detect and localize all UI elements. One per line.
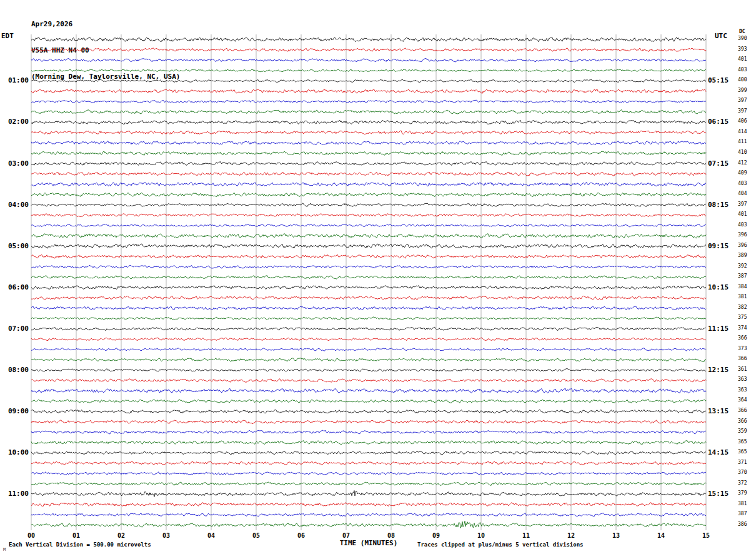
- minute-tick-label: 09: [432, 532, 440, 539]
- dc-offset-value: 397: [738, 202, 747, 207]
- right-hour-label: 08:15: [708, 201, 729, 208]
- seismogram-trace: [31, 296, 706, 300]
- dc-offset-value: 373: [738, 346, 747, 351]
- seismogram-trace: [31, 369, 706, 372]
- seismogram-trace: [31, 58, 706, 62]
- seismogram-trace: [31, 110, 706, 114]
- seismogram-trace: [31, 521, 706, 528]
- dc-offset-value: 375: [738, 315, 747, 320]
- seismogram-plot: [0, 0, 756, 554]
- dc-offset-value: 374: [738, 326, 747, 331]
- dc-offset-value: 393: [738, 47, 747, 52]
- seismogram-trace: [31, 276, 706, 280]
- dc-offset-value: 397: [738, 109, 747, 114]
- dc-offset-value: 387: [738, 511, 747, 516]
- seismogram-trace: [31, 348, 706, 351]
- minute-tick-label: 14: [657, 532, 665, 539]
- seismogram-trace: [31, 172, 706, 176]
- dc-offset-value: 411: [738, 139, 747, 144]
- dc-offset-value: 396: [738, 233, 747, 238]
- dc-offset-value: 381: [738, 295, 747, 300]
- seismogram-trace: [31, 131, 706, 134]
- minute-tick-label: 03: [162, 532, 170, 539]
- seismogram-trace: [31, 306, 706, 310]
- right-hour-label: 12:15: [708, 366, 729, 373]
- minute-tick-label: 08: [387, 532, 395, 539]
- left-hour-label: 06:00: [0, 284, 29, 291]
- dc-offset-value: 401: [738, 212, 747, 217]
- minute-tick-label: 00: [27, 532, 35, 539]
- seismogram-trace: [31, 388, 706, 393]
- dc-offset-value: 359: [738, 429, 747, 434]
- minute-tick-label: 02: [117, 532, 125, 539]
- minute-tick-label: 11: [522, 532, 530, 539]
- dc-offset-value: 406: [738, 119, 747, 124]
- dc-offset-value: 371: [738, 460, 747, 465]
- seismogram-trace: [31, 265, 706, 268]
- dc-offset-value: 396: [738, 243, 747, 248]
- dc-offset-value: 401: [738, 57, 747, 62]
- dc-offset-value: 387: [738, 274, 747, 279]
- dc-offset-value: 403: [738, 181, 747, 186]
- minute-tick-label: 12: [567, 532, 575, 539]
- minute-tick-label: 13: [612, 532, 620, 539]
- dc-offset-value: 409: [738, 171, 747, 176]
- left-hour-label: 08:00: [0, 366, 29, 373]
- dc-offset-value: 386: [738, 522, 747, 527]
- seismogram-trace: [31, 151, 706, 155]
- seismogram-trace: [31, 69, 706, 72]
- seismogram-trace: [31, 461, 706, 465]
- dc-offset-value: 363: [738, 388, 747, 393]
- seismogram-trace: [31, 182, 706, 186]
- seismogram-trace: [31, 379, 706, 383]
- dc-offset-value: 364: [738, 398, 747, 403]
- seismogram-trace: [31, 193, 706, 196]
- minute-tick-label: 15: [702, 532, 710, 539]
- seismogram-trace: [31, 234, 706, 238]
- seismogram-trace: [31, 472, 706, 475]
- seismogram-trace: [31, 358, 706, 362]
- seismogram-trace: [31, 441, 706, 445]
- left-hour-label: 02:00: [0, 118, 29, 125]
- minute-tick-label: 10: [477, 532, 485, 539]
- minute-tick-label: 04: [207, 532, 215, 539]
- dc-offset-value: 403: [738, 223, 747, 228]
- seismogram-trace: [31, 244, 706, 248]
- dc-offset-value: 414: [738, 129, 747, 134]
- seismogram-trace: [31, 410, 706, 413]
- dc-offset-value: 382: [738, 305, 747, 310]
- seismogram-trace: [31, 162, 706, 166]
- seismogram-trace: [31, 513, 706, 516]
- right-hour-label: 15:15: [708, 490, 729, 497]
- right-hour-label: 05:15: [708, 77, 729, 84]
- seismogram-trace: [31, 503, 706, 506]
- seismogram-trace: [31, 430, 706, 434]
- dc-offset-value: 372: [738, 481, 747, 486]
- left-hour-label: 09:00: [0, 408, 29, 415]
- left-hour-label: 10:00: [0, 449, 29, 456]
- seismogram-trace: [31, 141, 706, 145]
- seismogram-trace: [31, 254, 706, 258]
- seismogram-trace: [31, 224, 706, 227]
- scale-note: Each Vertical Division = 500.00 microvol…: [9, 541, 151, 548]
- seismogram-trace: [31, 89, 706, 94]
- dc-offset-value: 403: [738, 68, 747, 73]
- left-hour-label: 01:00: [0, 77, 29, 84]
- seismogram-trace: [31, 327, 706, 330]
- seismogram-trace: [31, 79, 706, 83]
- minute-tick-label: 01: [72, 532, 80, 539]
- right-hour-label: 11:15: [708, 325, 729, 332]
- seismogram-trace: [31, 286, 706, 290]
- dc-offset-value: 410: [738, 150, 747, 155]
- left-hour-label: 07:00: [0, 325, 29, 332]
- dc-offset-value: 366: [738, 336, 747, 341]
- seismogram-trace: [31, 482, 706, 486]
- dc-offset-value: 390: [738, 36, 747, 41]
- left-hour-label: 11:00: [0, 490, 29, 497]
- dc-offset-value: 392: [738, 264, 747, 269]
- minute-tick-label: 06: [297, 532, 305, 539]
- seismogram-trace: [31, 48, 706, 52]
- watermark-glyph: M: [3, 547, 6, 552]
- seismogram-trace: [31, 491, 706, 497]
- dc-offset-value: 379: [738, 491, 747, 496]
